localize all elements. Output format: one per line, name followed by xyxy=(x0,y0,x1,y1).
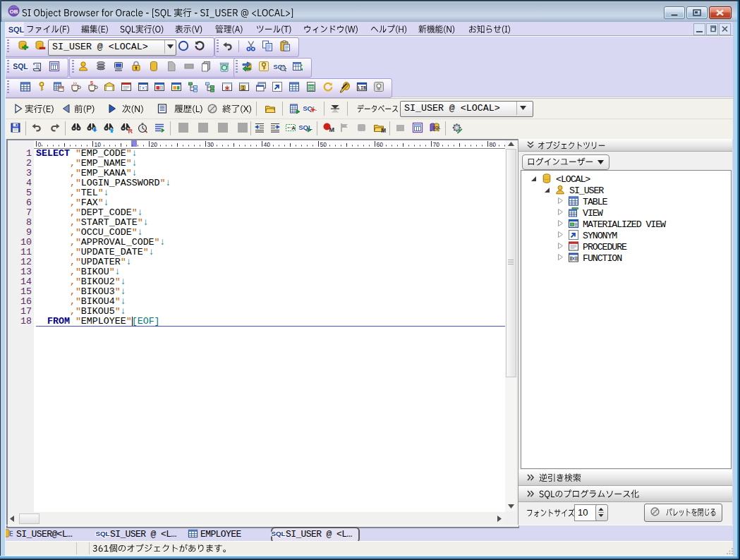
svg-text:30: 30 xyxy=(207,141,214,148)
svg-text:SQL: SQL xyxy=(8,25,24,34)
svg-text:OB: OB xyxy=(9,8,18,15)
svg-text:SQL: SQL xyxy=(303,104,317,112)
svg-text:10: 10 xyxy=(95,141,102,148)
svg-text:SQL: SQL xyxy=(13,62,28,71)
svg-text:70: 70 xyxy=(433,141,440,148)
svg-text:SQL: SQL xyxy=(95,530,109,537)
svg-text:M: M xyxy=(381,127,386,134)
svg-text:A: A xyxy=(291,125,296,131)
svg-text:SQL: SQL xyxy=(432,126,441,130)
svg-text:R: R xyxy=(128,128,133,135)
svg-text:40: 40 xyxy=(264,141,271,148)
svg-text:1: 1 xyxy=(242,85,245,90)
svg-text:M: M xyxy=(329,126,335,133)
svg-text:LIB: LIB xyxy=(358,85,366,91)
svg-text:S: S xyxy=(90,80,94,85)
svg-text:20: 20 xyxy=(151,141,158,148)
svg-text:[x]: [x] xyxy=(139,85,148,91)
svg-text:50: 50 xyxy=(320,141,327,148)
svg-text:80: 80 xyxy=(490,141,497,148)
svg-text:0: 0 xyxy=(38,141,42,148)
svg-text:60: 60 xyxy=(377,141,384,148)
svg-text:SQL: SQL xyxy=(271,530,285,537)
